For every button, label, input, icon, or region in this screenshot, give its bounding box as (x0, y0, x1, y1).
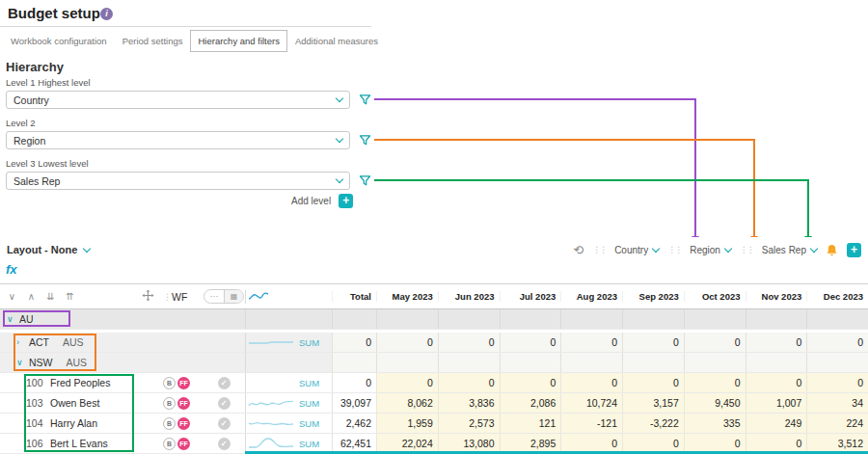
grid-view-icon[interactable]: ▦ (224, 290, 244, 303)
tab-workbook-configuration[interactable]: Workbook configuration (3, 30, 115, 52)
cell-jun-2023[interactable]: 13,080 (438, 434, 500, 453)
cell-dec-2023 (806, 309, 868, 329)
drag-grip-icon[interactable]: ⋮⋮ (740, 245, 753, 254)
notifications-bell-icon[interactable] (826, 243, 838, 257)
column-header-jun-2023: Jun 2023 (438, 291, 500, 302)
collapse-row-icon[interactable]: ∨ (7, 314, 14, 324)
cell-dec-2023[interactable]: 3,512 (806, 434, 868, 453)
badge-b[interactable]: B (163, 397, 176, 410)
cell-sep-2023[interactable]: 0 (622, 373, 684, 392)
chart-icon[interactable] (248, 290, 269, 304)
tab-additional-measures[interactable]: Additional measures (287, 30, 386, 52)
cell-jul-2023[interactable]: 2,086 (500, 393, 561, 413)
expand-all-icon[interactable]: ⇊ (43, 291, 58, 302)
cell-nov-2023[interactable]: 1,007 (746, 393, 807, 413)
chip-sales-rep[interactable]: Sales Rep (762, 245, 817, 255)
level-1-select[interactable]: Country (6, 91, 350, 109)
view-mode-toggle[interactable]: ⋯▦ (203, 289, 245, 304)
cell-jun-2023[interactable]: 0 (438, 373, 500, 392)
expand-row-icon[interactable]: › (16, 337, 24, 347)
layout-selector[interactable]: Layout - None (7, 244, 90, 255)
info-icon[interactable]: i (100, 8, 113, 20)
level-2-select[interactable]: Region (6, 131, 350, 149)
tab-period-settings[interactable]: Period settings (115, 30, 191, 52)
check-icon[interactable]: ✓ (218, 397, 231, 410)
row-label: AU (19, 313, 34, 325)
cell-may-2023[interactable]: 0 (376, 373, 438, 392)
column-header-aug-2023: Aug 2023 (560, 291, 622, 302)
cell-oct-2023 (684, 353, 746, 372)
level-3-value: Sales Rep (14, 175, 60, 187)
collapse-icon[interactable]: ∨ (5, 291, 19, 302)
aggregation-cell (297, 309, 332, 329)
cell-jun-2023[interactable]: 2,573 (438, 414, 500, 433)
check-icon[interactable]: ✓ (218, 417, 231, 430)
grid-header-move (135, 289, 160, 304)
cell-dec-2023[interactable]: 0 (806, 373, 868, 392)
aggregation-cell: SUM (297, 333, 332, 352)
cell-jul-2023[interactable]: 121 (500, 414, 561, 433)
dots-menu-icon[interactable]: ⋯ (204, 290, 224, 303)
cell-jun-2023[interactable]: 3,836 (438, 393, 500, 413)
wf-cell: BFF (160, 373, 203, 392)
chip-country[interactable]: Country (614, 245, 659, 255)
cell-jul-2023[interactable]: 0 (500, 373, 561, 392)
cell-sep-2023[interactable]: -3,222 (622, 414, 684, 433)
cell-jul-2023[interactable]: 2,895 (500, 434, 561, 453)
cell-dec-2023[interactable]: 34 (806, 393, 868, 413)
move-icon[interactable] (142, 289, 154, 304)
cell-nov-2023[interactable]: 0 (746, 373, 807, 392)
add-dimension-button[interactable]: + (847, 243, 861, 257)
badge-b[interactable]: B (163, 377, 176, 389)
cell-jul-2023: 0 (500, 333, 561, 352)
badge-b[interactable]: B (163, 417, 176, 430)
cell-sep-2023[interactable]: 3,157 (622, 393, 684, 413)
cell-oct-2023[interactable]: 0 (684, 373, 746, 392)
cell-aug-2023[interactable]: 10,724 (560, 393, 622, 413)
cell-oct-2023[interactable]: 335 (684, 414, 746, 433)
collapse-row-icon[interactable]: ∨ (16, 358, 24, 367)
wf-cell (160, 309, 203, 329)
cell-aug-2023[interactable]: 0 (560, 373, 622, 392)
cell-aug-2023[interactable]: -121 (560, 414, 622, 433)
expand-icon[interactable]: ∧ (24, 291, 39, 302)
table-row-act: ›ACTAUSSUM000000000 (0, 333, 868, 353)
badge-ff[interactable]: FF (177, 438, 190, 450)
add-level-button[interactable]: + (339, 194, 353, 208)
check-cell: ✓ (203, 434, 245, 453)
tab-hierarchy-and-filters[interactable]: Hierarchy and filters (190, 30, 286, 52)
add-level-row: Add level + (291, 194, 353, 208)
drag-grip-icon[interactable]: ⋮⋮ (667, 245, 681, 254)
cell-may-2023[interactable]: 22,024 (376, 434, 438, 453)
cell-dec-2023[interactable]: 224 (806, 414, 868, 433)
cell-oct-2023[interactable]: 9,450 (684, 393, 746, 413)
drag-grip-icon[interactable]: ⋮⋮ (592, 245, 606, 254)
history-icon[interactable]: ⟲ (573, 244, 583, 256)
cell-may-2023[interactable]: 8,062 (376, 393, 438, 413)
badge-ff[interactable]: FF (177, 397, 190, 410)
grid-header-tree-controls: ∨∧⇊⇈ (0, 291, 135, 302)
formula-fx-icon[interactable]: fx (6, 262, 17, 277)
chip-region[interactable]: Region (690, 245, 731, 255)
cell-nov-2023[interactable]: 0 (746, 434, 807, 453)
row-name: Fred Peoples (50, 377, 110, 388)
cell-nov-2023[interactable]: 249 (746, 414, 807, 433)
badge-b[interactable]: B (163, 438, 176, 450)
collapse-all-icon[interactable]: ⇈ (63, 291, 77, 302)
filter-icon[interactable] (359, 93, 371, 106)
cell-oct-2023[interactable]: 0 (684, 434, 746, 453)
level-3-select[interactable]: Sales Rep (6, 172, 350, 190)
filter-icon[interactable] (359, 174, 371, 187)
cell-sep-2023[interactable]: 0 (622, 434, 684, 453)
filter-icon[interactable] (359, 134, 371, 147)
cell-may-2023[interactable]: 1,959 (376, 414, 438, 433)
badge-ff[interactable]: FF (177, 377, 190, 389)
move-cell (135, 393, 160, 413)
check-icon[interactable]: ✓ (218, 377, 231, 389)
cell-aug-2023[interactable]: 0 (560, 434, 622, 453)
badge-ff[interactable]: FF (177, 417, 190, 430)
cell-jun-2023: 0 (438, 333, 500, 352)
check-icon[interactable]: ✓ (218, 438, 231, 450)
cell-total: 0 (332, 373, 376, 392)
row-code: 100 (26, 377, 45, 388)
